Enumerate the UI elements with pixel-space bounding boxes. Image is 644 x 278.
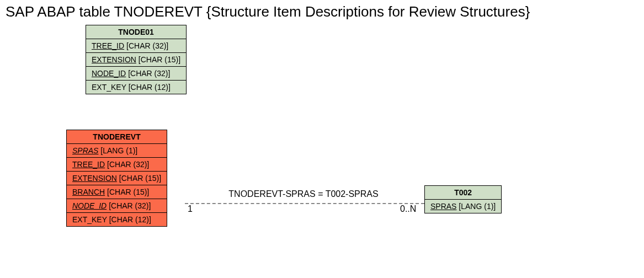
entity-tnoderevt-field: SPRAS [LANG (1)] bbox=[67, 144, 167, 158]
relation-label: TNODEREVT-SPRAS = T002-SPRAS bbox=[221, 189, 386, 199]
entity-tnoderevt-field: BRANCH [CHAR (15)] bbox=[67, 185, 167, 199]
entity-tnoderevt-field: NODE_ID [CHAR (32)] bbox=[67, 199, 167, 213]
relation-card-left: 1 bbox=[188, 204, 193, 214]
entity-tnoderevt: TNODEREVT SPRAS [LANG (1)] TREE_ID [CHAR… bbox=[66, 130, 167, 227]
entity-tnode01-header: TNODE01 bbox=[86, 25, 187, 39]
entity-tnode01-field: EXT_KEY [CHAR (12)] bbox=[86, 81, 187, 94]
entity-tnode01-field: TREE_ID [CHAR (32)] bbox=[86, 39, 187, 53]
entity-tnode01-field: EXTENSION [CHAR (15)] bbox=[86, 53, 187, 67]
entity-tnoderevt-field: EXTENSION [CHAR (15)] bbox=[67, 172, 167, 185]
relation-line bbox=[185, 203, 424, 204]
entity-tnoderevt-field: EXT_KEY [CHAR (12)] bbox=[67, 213, 167, 227]
entity-t002-header: T002 bbox=[425, 186, 502, 200]
entity-tnoderevt-field: TREE_ID [CHAR (32)] bbox=[67, 158, 167, 172]
page-title: SAP ABAP table TNODEREVT {Structure Item… bbox=[6, 3, 530, 20]
entity-tnode01: TNODE01 TREE_ID [CHAR (32)] EXTENSION [C… bbox=[86, 25, 187, 94]
entity-tnoderevt-header: TNODEREVT bbox=[67, 130, 167, 144]
entity-t002-field: SPRAS [LANG (1)] bbox=[425, 200, 502, 213]
entity-t002: T002 SPRAS [LANG (1)] bbox=[424, 185, 502, 213]
entity-tnode01-field: NODE_ID [CHAR (32)] bbox=[86, 67, 187, 81]
relation-card-right: 0..N bbox=[400, 204, 416, 214]
